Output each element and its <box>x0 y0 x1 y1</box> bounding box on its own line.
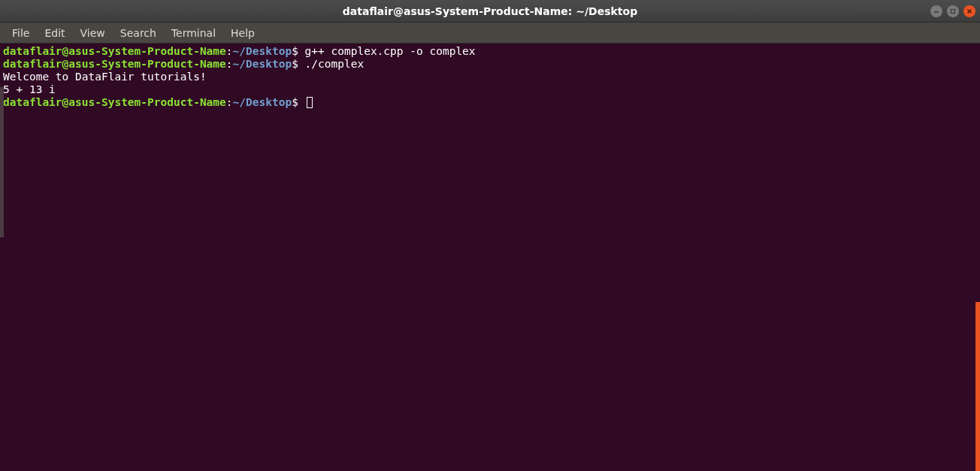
menu-search[interactable]: Search <box>113 24 164 42</box>
titlebar: dataflair@asus-System-Product-Name: ~/De… <box>0 0 980 23</box>
prompt-colon: : <box>226 58 233 70</box>
prompt-colon: : <box>226 45 233 57</box>
prompt-userhost: dataflair@asus-System-Product-Name <box>3 96 226 108</box>
prompt-colon: : <box>226 96 233 108</box>
cursor-icon <box>307 97 313 108</box>
close-icon[interactable] <box>963 5 975 17</box>
prompt-dollar: $ <box>292 45 298 57</box>
window-controls <box>930 5 975 17</box>
menu-view[interactable]: View <box>73 24 113 42</box>
maximize-icon[interactable] <box>947 5 959 17</box>
menu-help[interactable]: Help <box>223 24 262 42</box>
prompt-dollar: $ <box>292 58 298 70</box>
svg-rect-1 <box>951 9 955 13</box>
terminal-line: dataflair@asus-System-Product-Name:~/Des… <box>3 96 977 109</box>
prompt-path-tilde: ~/ <box>233 45 246 57</box>
terminal-output: Welcome to DataFlair tutorials! <box>3 71 977 83</box>
menubar: File Edit View Search Terminal Help <box>0 23 980 44</box>
prompt-userhost: dataflair@asus-System-Product-Name <box>3 58 226 70</box>
prompt-path-tilde: ~/ <box>233 58 246 70</box>
terminal-output: 5 + 13 i <box>3 83 977 96</box>
scrollbar-right[interactable] <box>975 302 980 471</box>
terminal-body[interactable]: dataflair@asus-System-Product-Name:~/Des… <box>0 44 980 471</box>
terminal-line: dataflair@asus-System-Product-Name:~/Des… <box>3 58 977 71</box>
prompt-dollar: $ <box>292 96 298 108</box>
prompt-path-tilde: ~/ <box>233 96 246 108</box>
command-text <box>298 96 305 108</box>
terminal-line: dataflair@asus-System-Product-Name:~/Des… <box>3 45 977 58</box>
window-title: dataflair@asus-System-Product-Name: ~/De… <box>343 5 637 17</box>
prompt-path-dir: Desktop <box>246 96 292 108</box>
prompt-path-dir: Desktop <box>246 45 292 57</box>
menu-edit[interactable]: Edit <box>37 24 72 42</box>
menu-terminal[interactable]: Terminal <box>164 24 223 42</box>
command-text <box>298 45 305 57</box>
prompt-userhost: dataflair@asus-System-Product-Name <box>3 45 226 57</box>
prompt-path-dir: Desktop <box>246 58 292 70</box>
scrollbar-left[interactable] <box>0 87 4 237</box>
command-text <box>298 58 305 70</box>
menu-file[interactable]: File <box>5 24 37 42</box>
command-text: g++ complex.cpp -o complex <box>305 45 476 57</box>
command-text: ./complex <box>305 58 364 70</box>
minimize-icon[interactable] <box>930 5 942 17</box>
